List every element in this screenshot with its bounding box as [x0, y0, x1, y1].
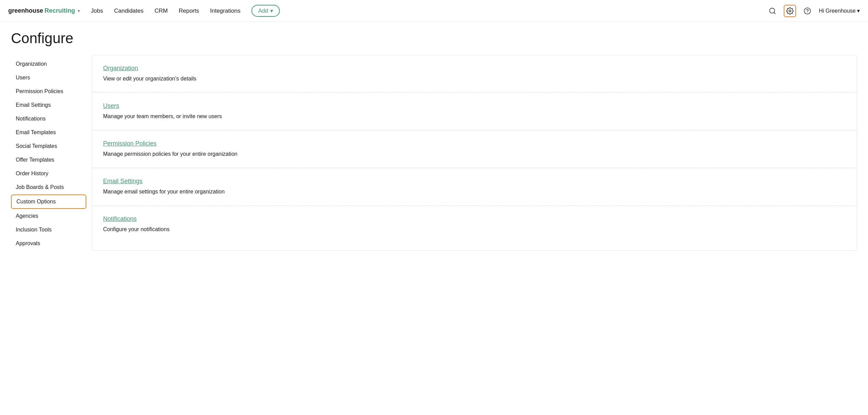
- help-button[interactable]: [802, 5, 813, 17]
- user-chevron-icon: ▾: [857, 8, 860, 14]
- sidebar: Organization Users Permission Policies E…: [11, 55, 86, 251]
- email-settings-link[interactable]: Email Settings: [103, 178, 142, 185]
- sidebar-item-permission-policies[interactable]: Permission Policies: [11, 85, 86, 98]
- top-nav: greenhouse Recruiting ▾ Jobs Candidates …: [0, 0, 868, 22]
- organization-description: View or edit your organization's details: [103, 75, 846, 83]
- add-chevron-icon: ▾: [270, 8, 273, 14]
- section-email-settings: Email Settings Manage email settings for…: [92, 168, 857, 206]
- sidebar-item-users[interactable]: Users: [11, 71, 86, 84]
- search-button[interactable]: [767, 5, 778, 17]
- users-description: Manage your team members, or invite new …: [103, 112, 846, 121]
- nav-right: Hi Greenhouse ▾: [767, 5, 860, 17]
- permission-policies-description: Manage permission policies for your enti…: [103, 150, 846, 158]
- sidebar-item-custom-options[interactable]: Custom Options: [11, 194, 86, 209]
- nav-reports[interactable]: Reports: [179, 8, 199, 14]
- sidebar-item-job-boards[interactable]: Job Boards & Posts: [11, 181, 86, 194]
- nav-crm[interactable]: CRM: [154, 8, 168, 14]
- svg-line-1: [774, 12, 776, 14]
- organization-link[interactable]: Organization: [103, 65, 138, 72]
- nav-jobs[interactable]: Jobs: [91, 8, 103, 14]
- nav-candidates[interactable]: Candidates: [114, 8, 144, 14]
- page-container: Configure Organization Users Permission …: [0, 22, 868, 251]
- email-settings-description: Manage email settings for your entire or…: [103, 188, 846, 196]
- content-area: Organization Users Permission Policies E…: [11, 55, 857, 251]
- sidebar-item-social-templates[interactable]: Social Templates: [11, 140, 86, 153]
- settings-button[interactable]: [784, 5, 796, 17]
- section-notifications: Notifications Configure your notificatio…: [92, 206, 857, 243]
- main-content: Organization View or edit your organizat…: [92, 55, 857, 251]
- sidebar-item-email-settings[interactable]: Email Settings: [11, 99, 86, 112]
- sidebar-item-email-templates[interactable]: Email Templates: [11, 126, 86, 139]
- users-link[interactable]: Users: [103, 102, 119, 110]
- notifications-link[interactable]: Notifications: [103, 215, 137, 223]
- add-label: Add: [258, 8, 268, 14]
- svg-point-2: [789, 10, 791, 12]
- sidebar-item-agencies[interactable]: Agencies: [11, 210, 86, 223]
- sidebar-item-offer-templates[interactable]: Offer Templates: [11, 153, 86, 166]
- nav-links: Jobs Candidates CRM Reports Integrations…: [91, 5, 767, 17]
- sidebar-item-organization[interactable]: Organization: [11, 58, 86, 71]
- sidebar-item-approvals[interactable]: Approvals: [11, 237, 86, 250]
- sidebar-item-inclusion-tools[interactable]: Inclusion Tools: [11, 223, 86, 236]
- sidebar-item-notifications[interactable]: Notifications: [11, 112, 86, 125]
- section-users: Users Manage your team members, or invit…: [92, 93, 857, 130]
- page-title: Configure: [11, 30, 857, 47]
- section-organization: Organization View or edit your organizat…: [92, 55, 857, 93]
- nav-integrations[interactable]: Integrations: [210, 8, 240, 14]
- sidebar-item-order-history[interactable]: Order History: [11, 167, 86, 180]
- permission-policies-link[interactable]: Permission Policies: [103, 140, 157, 147]
- user-greeting: Hi Greenhouse: [819, 8, 856, 14]
- brand-logo[interactable]: greenhouse Recruiting ▾: [8, 7, 80, 14]
- brand-recruiting: Recruiting: [45, 7, 75, 14]
- section-permission-policies: Permission Policies Manage permission po…: [92, 130, 857, 168]
- user-menu[interactable]: Hi Greenhouse ▾: [819, 8, 860, 14]
- brand-greenhouse: greenhouse: [8, 7, 43, 14]
- brand-dropdown-icon: ▾: [78, 9, 80, 13]
- add-button[interactable]: Add ▾: [251, 5, 280, 17]
- notifications-description: Configure your notifications: [103, 225, 846, 234]
